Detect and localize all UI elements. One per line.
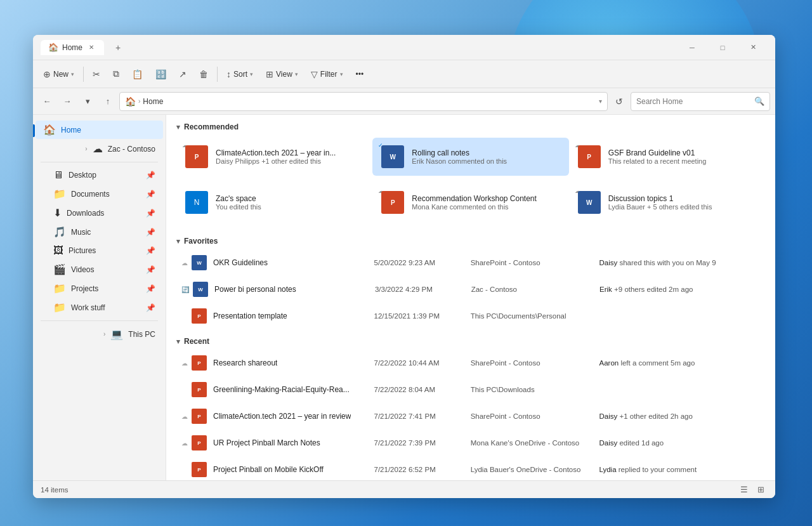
word-icon-1: W bbox=[381, 145, 404, 168]
recent0-name-col: Research shareout bbox=[213, 358, 374, 367]
home-tab[interactable]: 🏠 Home ✕ bbox=[41, 40, 104, 55]
ppt-file-icon-r0: P bbox=[192, 355, 207, 371]
new-chevron-icon: ▾ bbox=[71, 71, 74, 77]
rec-card-rolling-icon: ✓ W bbox=[380, 144, 405, 169]
sidebar-item-pictures[interactable]: 🖼 Pictures 📌 bbox=[36, 242, 163, 260]
table-row[interactable]: ☁ P ClimateAction.tech 2021 – year in re… bbox=[176, 403, 765, 430]
table-row[interactable]: ☁ P Presentation template 12/15/2021 1:3… bbox=[176, 303, 765, 329]
sidebar-item-zac-contoso[interactable]: › ☁ Zac - Contoso bbox=[36, 140, 163, 158]
filter-button[interactable]: ▽ Filter ▾ bbox=[306, 66, 348, 82]
sidebar-item-thispc[interactable]: › 💻 This PC bbox=[36, 325, 163, 343]
recent0-icon: P bbox=[190, 354, 208, 372]
pictures-pin-icon: 📌 bbox=[146, 246, 155, 255]
paste-button[interactable]: 📋 bbox=[127, 66, 148, 82]
recent-label: Recent bbox=[184, 337, 209, 346]
fav1-activity-name: Daisy bbox=[599, 259, 617, 266]
sidebar-item-videos[interactable]: 🎬 Videos 📌 bbox=[36, 260, 163, 279]
sort-button[interactable]: ↕ Sort ▾ bbox=[221, 66, 258, 82]
fav1-name: OKR Guidelines bbox=[213, 258, 268, 267]
title-bar-left: 🏠 Home ✕ + bbox=[41, 39, 678, 56]
path-dropdown-icon: ▾ bbox=[599, 98, 602, 105]
rec-card-recommendation-info: Recommendation Workshop Content Mona Kan… bbox=[412, 194, 561, 211]
filter-icon: ▽ bbox=[311, 69, 318, 79]
recommended-header[interactable]: ▾ Recommended bbox=[166, 115, 775, 135]
table-row[interactable]: ☁ P Greenlining-Making-Racial-Equity-Rea… bbox=[176, 376, 765, 403]
sidebar-item-documents[interactable]: 📁 Documents 📌 bbox=[36, 185, 163, 203]
rec-card-climate[interactable]: ☁ P ClimateAction.tech 2021 – year in...… bbox=[176, 138, 372, 176]
recent-header[interactable]: ▾ Recent bbox=[166, 329, 775, 350]
ppt-file-icon-r3: P bbox=[192, 435, 207, 450]
favorites-header[interactable]: ▾ Favorites bbox=[166, 229, 775, 249]
recent3-icon: P bbox=[190, 434, 208, 452]
recent-locations-button[interactable]: ▾ bbox=[79, 93, 96, 110]
sidebar-thispc-label: This PC bbox=[128, 330, 155, 339]
rec-card-recommendation[interactable]: ☁ P Recommendation Workshop Content Mona… bbox=[372, 183, 568, 221]
rec-card-gsf[interactable]: ☁ P GSF Brand Guideline v01 This related… bbox=[569, 138, 765, 176]
favorites-label: Favorites bbox=[184, 237, 218, 246]
recent-table: ☁ P Research shareout 7/22/2022 10:44 AM… bbox=[166, 350, 775, 480]
maximize-button[interactable]: □ bbox=[708, 38, 737, 57]
home-tab-label: Home bbox=[62, 43, 82, 52]
main-panel: ▾ Recommended ☁ P ClimateAction.tech 202… bbox=[166, 115, 775, 480]
recent3-name: UR Project Pinball March Notes bbox=[213, 438, 320, 447]
refresh-button[interactable]: ↺ bbox=[610, 93, 628, 110]
table-row[interactable]: 🔄 W Power bi personal notes 3/3/2022 4:2… bbox=[176, 276, 765, 303]
sidebar-item-workstuff[interactable]: 📁 Work stuff 📌 bbox=[36, 298, 163, 317]
sidebar-pictures-label: Pictures bbox=[69, 246, 96, 255]
table-row[interactable]: ☁ P UR Project Pinball March Notes 7/21/… bbox=[176, 430, 765, 456]
close-button[interactable]: ✕ bbox=[738, 38, 768, 57]
fav2-activity: Erik +9 others edited 2m ago bbox=[599, 286, 760, 293]
sidebar-home-label: Home bbox=[61, 126, 81, 135]
recent2-activity-name: Daisy bbox=[599, 412, 617, 420]
cut-button[interactable]: ✂ bbox=[88, 66, 105, 82]
grid-view-button[interactable]: ⊞ bbox=[754, 483, 768, 497]
view-button[interactable]: ⊞ View ▾ bbox=[261, 66, 303, 82]
list-view-button[interactable]: ☰ bbox=[737, 483, 751, 497]
pictures-icon: 🖼 bbox=[53, 245, 63, 256]
sidebar-item-music[interactable]: 🎵 Music 📌 bbox=[36, 223, 163, 241]
table-row[interactable]: ☁ W OKR Guidelines 5/20/2022 9:23 AM Sha… bbox=[176, 249, 765, 276]
tab-close-button[interactable]: ✕ bbox=[86, 43, 96, 53]
fav3-location: This PC\Documents\Personal bbox=[471, 312, 599, 320]
cloud-icon: ☁ bbox=[93, 143, 103, 155]
new-tab-button[interactable]: + bbox=[109, 39, 127, 56]
copy-button[interactable]: ⧉ bbox=[108, 65, 124, 82]
fav1-name-col: OKR Guidelines bbox=[213, 258, 374, 267]
item-count: 14 items bbox=[41, 486, 68, 494]
back-button[interactable]: ← bbox=[38, 93, 56, 110]
search-box[interactable]: 🔍 bbox=[631, 92, 770, 111]
search-input[interactable] bbox=[636, 97, 752, 106]
rec-card-gsf-name: GSF Brand Guideline v01 bbox=[608, 148, 757, 157]
fav1-location: SharePoint - Contoso bbox=[471, 259, 599, 266]
rec-card-discussion[interactable]: ☁ W Discussion topics 1 Lydia Bauer + 5 … bbox=[569, 183, 765, 221]
recent3-activity: Daisy edited 1d ago bbox=[599, 439, 760, 447]
pin-icon: 📌 bbox=[146, 171, 155, 180]
rec-card-recommendation-name: Recommendation Workshop Content bbox=[412, 194, 561, 203]
path-separator-icon: › bbox=[138, 98, 140, 105]
forward-button[interactable]: → bbox=[58, 93, 76, 110]
sidebar-item-projects[interactable]: 📁 Projects 📌 bbox=[36, 279, 163, 298]
recent3-activity-name: Daisy bbox=[599, 439, 617, 447]
recent0-location: SharePoint - Contoso bbox=[471, 359, 599, 367]
minimize-button[interactable]: ─ bbox=[678, 38, 707, 57]
table-row[interactable]: ☁ P Research shareout 7/22/2022 10:44 AM… bbox=[176, 350, 765, 376]
more-button[interactable]: ••• bbox=[351, 67, 369, 82]
rec-card-zac[interactable]: N Zac's space You edited this bbox=[176, 183, 372, 221]
up-button[interactable]: ↑ bbox=[99, 93, 117, 110]
rec-card-rolling-info: Rolling call notes Erik Nason commented … bbox=[412, 148, 561, 165]
address-path[interactable]: 🏠 › Home ▾ bbox=[119, 92, 608, 111]
desktop-icon: 🖥 bbox=[53, 169, 63, 181]
rec-card-recommendation-icon: ☁ P bbox=[380, 190, 405, 215]
share-button[interactable]: ↗ bbox=[174, 66, 192, 82]
thispc-chevron-icon: › bbox=[103, 331, 105, 338]
rec-card-rolling[interactable]: ✓ W Rolling call notes Erik Nason commen… bbox=[372, 138, 568, 176]
recent2-location: SharePoint - Contoso bbox=[471, 412, 599, 420]
rename-button[interactable]: 🔡 bbox=[150, 66, 171, 82]
recent3-name-col: UR Project Pinball March Notes bbox=[213, 438, 374, 447]
sidebar-item-downloads[interactable]: ⬇ Downloads 📌 bbox=[36, 204, 163, 222]
new-button[interactable]: ⊕ New ▾ bbox=[38, 66, 79, 82]
sidebar-item-home[interactable]: 🏠 Home bbox=[36, 121, 163, 139]
table-row[interactable]: ☁ P Project Pinball on Mobile KickOff 7/… bbox=[176, 456, 765, 480]
sidebar-item-desktop[interactable]: 🖥 Desktop 📌 bbox=[36, 166, 163, 184]
delete-button[interactable]: 🗑 bbox=[194, 66, 213, 82]
